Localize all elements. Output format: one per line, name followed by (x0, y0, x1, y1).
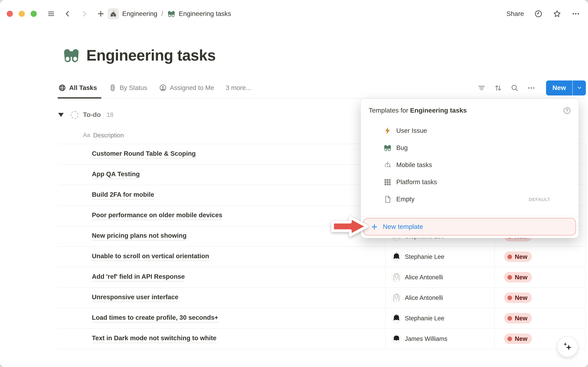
status-cell[interactable]: New (494, 247, 586, 267)
template-item-bug[interactable]: Bug (361, 139, 579, 156)
share-button[interactable]: Share (506, 10, 524, 17)
building-icon[interactable] (108, 8, 119, 19)
zoom-window-button[interactable] (31, 11, 37, 17)
table-row[interactable]: Unable to scroll on vertical orientation… (58, 247, 586, 267)
description-cell[interactable]: Customer Round Table & Scoping (58, 150, 385, 158)
item-more-icon[interactable] (562, 178, 571, 186)
binoculars-icon (80, 212, 88, 220)
person-cell[interactable]: Stephanie Lee (385, 308, 494, 328)
task-title[interactable]: Load times to create profile, 30 seconds… (92, 314, 218, 323)
template-item-user-issue[interactable]: User Issue (361, 122, 579, 139)
status-badge[interactable]: New (504, 272, 532, 282)
template-item-mobile-tasks[interactable]: Mobile tasks (361, 156, 579, 174)
search-icon[interactable] (511, 84, 519, 92)
template-item-label: Platform tasks (396, 178, 437, 186)
template-item-platform-tasks[interactable]: Platform tasks (361, 174, 579, 191)
task-title[interactable]: Unable to scroll on vertical orientation (92, 252, 209, 261)
task-title[interactable]: New pricing plans not showing (92, 232, 187, 241)
help-icon[interactable] (563, 106, 571, 115)
sparkles-icon (562, 342, 573, 352)
status-dot-icon (507, 254, 512, 259)
description-cell[interactable]: App QA Testing (58, 170, 385, 179)
status-dot-icon (507, 316, 512, 320)
back-icon[interactable] (63, 9, 72, 18)
plus-icon (371, 223, 378, 231)
avatar (392, 334, 401, 343)
binoculars-icon[interactable] (62, 47, 80, 64)
clock-icon[interactable] (534, 9, 543, 18)
new-template-button[interactable]: New template (363, 218, 576, 236)
sidebar-menu-icon[interactable] (47, 9, 56, 18)
description-cell[interactable]: Text in Dark mode not switching to white (58, 334, 385, 343)
status-badge[interactable]: New (504, 313, 532, 323)
table-row[interactable]: Unresponsive user interface Alice Antone… (58, 288, 586, 308)
person-cell[interactable]: Stephanie Lee (385, 247, 494, 267)
breadcrumb: Engineering / Engineering tasks (108, 0, 231, 27)
more-icon[interactable] (527, 84, 535, 92)
task-title[interactable]: Add 'ref' field in API Response (92, 273, 185, 282)
ai-assistant-button[interactable] (557, 337, 578, 357)
close-window-button[interactable] (7, 11, 13, 17)
breadcrumb-item-engineering-tasks[interactable]: Engineering tasks (179, 10, 231, 17)
status-badge[interactable]: New (504, 292, 532, 303)
status-cell[interactable]: New (494, 288, 586, 308)
column-label[interactable]: Description (93, 132, 124, 139)
template-item-label: User Issue (396, 127, 427, 134)
status-cell[interactable]: New (494, 308, 586, 328)
table-row[interactable]: Load times to create profile, 30 seconds… (58, 308, 586, 329)
table-row[interactable]: Text in Dark mode not switching to white… (58, 329, 586, 349)
new-button-chevron[interactable] (573, 80, 586, 95)
avatar (392, 293, 401, 302)
binoculars-icon (80, 314, 88, 322)
task-title[interactable]: App QA Testing (92, 170, 140, 179)
titlebar: Engineering / Engineering tasks Share (0, 0, 588, 27)
templates-popup: Templates for Engineering tasks User Iss… (361, 99, 579, 238)
group-name[interactable]: To-do (83, 111, 101, 118)
item-more-icon[interactable] (562, 127, 571, 135)
description-cell[interactable]: Add 'ref' field in API Response (58, 273, 385, 282)
description-cell[interactable]: Unable to scroll on vertical orientation (58, 252, 385, 261)
task-title[interactable]: Text in Dark mode not switching to white (92, 334, 216, 343)
new-button[interactable]: New (546, 80, 572, 95)
mobile-icon (383, 161, 392, 169)
template-item-label: Mobile tasks (396, 161, 432, 169)
view-tab-all-tasks[interactable]: All Tasks (58, 77, 97, 99)
collapse-triangle-icon[interactable] (58, 113, 64, 117)
more-icon[interactable] (571, 9, 580, 18)
filter-icon[interactable] (477, 84, 486, 92)
forward-icon[interactable] (80, 9, 89, 18)
binoculars-icon (383, 144, 392, 152)
table-row[interactable]: Add 'ref' field in API Response Alice An… (58, 267, 586, 288)
sort-icon[interactable] (494, 84, 502, 92)
description-cell[interactable]: Load times to create profile, 30 seconds… (58, 314, 385, 323)
view-tab-3-more[interactable]: 3 more... (226, 77, 251, 99)
view-tab-by-status[interactable]: By Status (109, 77, 147, 99)
status-badge[interactable]: New (504, 251, 532, 262)
status-text: New (515, 274, 527, 281)
status-badge[interactable]: New (504, 334, 532, 344)
item-more-icon[interactable] (562, 144, 571, 152)
minimize-window-button[interactable] (19, 11, 25, 17)
page-title-text[interactable]: Engineering tasks (86, 47, 216, 64)
person-cell[interactable]: Alice Antonelli (385, 288, 494, 308)
binoculars-icon (80, 191, 88, 199)
new-page-icon[interactable] (96, 9, 105, 18)
window-controls (7, 11, 37, 17)
column-type-icon: Aa (83, 132, 90, 139)
task-title[interactable]: Build 2FA for mobile (92, 191, 154, 200)
description-cell[interactable]: Unresponsive user interface (58, 293, 385, 302)
template-item-empty[interactable]: Empty DEFAULT (361, 191, 579, 208)
status-cell[interactable]: New (494, 267, 586, 287)
description-cell[interactable]: Build 2FA for mobile (58, 191, 385, 200)
view-tab-assigned-to-me[interactable]: Assigned to Me (159, 77, 214, 99)
person-cell[interactable]: James Williams (385, 329, 494, 349)
person-cell[interactable]: Alice Antonelli (385, 267, 494, 287)
breadcrumb-item-engineering[interactable]: Engineering (122, 10, 157, 17)
item-more-icon[interactable] (562, 161, 571, 169)
template-item-label: Bug (396, 144, 408, 151)
task-title[interactable]: Customer Round Table & Scoping (92, 150, 196, 158)
task-title[interactable]: Poor performance on older mobile devices (92, 211, 222, 220)
item-more-icon[interactable] (562, 195, 571, 203)
star-icon[interactable] (553, 9, 561, 18)
task-title[interactable]: Unresponsive user interface (92, 293, 178, 302)
